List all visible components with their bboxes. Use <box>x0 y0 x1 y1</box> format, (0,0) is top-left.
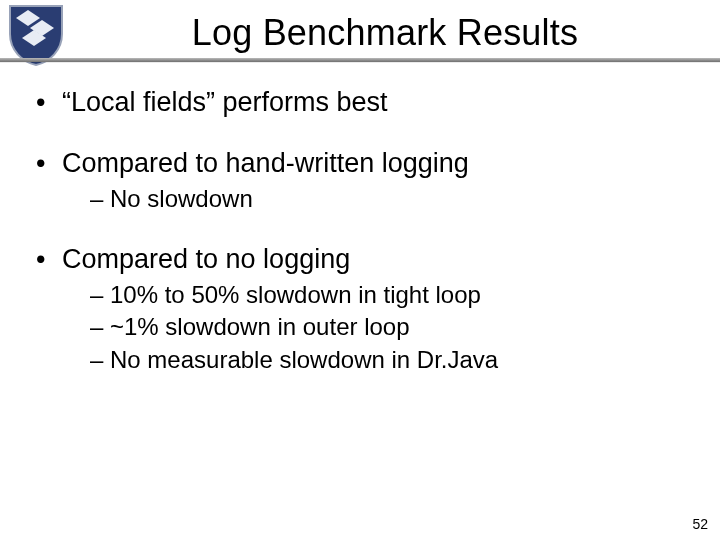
bullet-text: Compared to hand-written logging <box>62 148 469 178</box>
sub-bullet-item: No slowdown <box>90 184 692 215</box>
page-number: 52 <box>692 516 708 532</box>
sub-bullet-list: No slowdown <box>62 184 692 215</box>
slide-header: Log Benchmark Results <box>0 0 720 72</box>
sub-bullet-text: No slowdown <box>110 185 253 212</box>
bullet-list: “Local fields” performs best Compared to… <box>36 86 692 376</box>
sub-bullet-text: ~1% slowdown in outer loop <box>110 313 410 340</box>
sub-bullet-text: 10% to 50% slowdown in tight loop <box>110 281 481 308</box>
bullet-text: Compared to no logging <box>62 244 350 274</box>
bullet-text: “Local fields” performs best <box>62 87 388 117</box>
sub-bullet-item: 10% to 50% slowdown in tight loop <box>90 280 692 311</box>
shield-crest-icon <box>8 4 64 66</box>
slide: Log Benchmark Results “Local fields” per… <box>0 0 720 540</box>
header-divider <box>0 58 720 62</box>
slide-body: “Local fields” performs best Compared to… <box>0 72 720 376</box>
slide-title: Log Benchmark Results <box>0 6 720 54</box>
bullet-item: “Local fields” performs best <box>36 86 692 119</box>
sub-bullet-item: No measurable slowdown in Dr.Java <box>90 345 692 376</box>
sub-bullet-item: ~1% slowdown in outer loop <box>90 312 692 343</box>
bullet-item: Compared to hand-written logging No slow… <box>36 147 692 215</box>
sub-bullet-list: 10% to 50% slowdown in tight loop ~1% sl… <box>62 280 692 376</box>
bullet-item: Compared to no logging 10% to 50% slowdo… <box>36 243 692 376</box>
sub-bullet-text: No measurable slowdown in Dr.Java <box>110 346 498 373</box>
